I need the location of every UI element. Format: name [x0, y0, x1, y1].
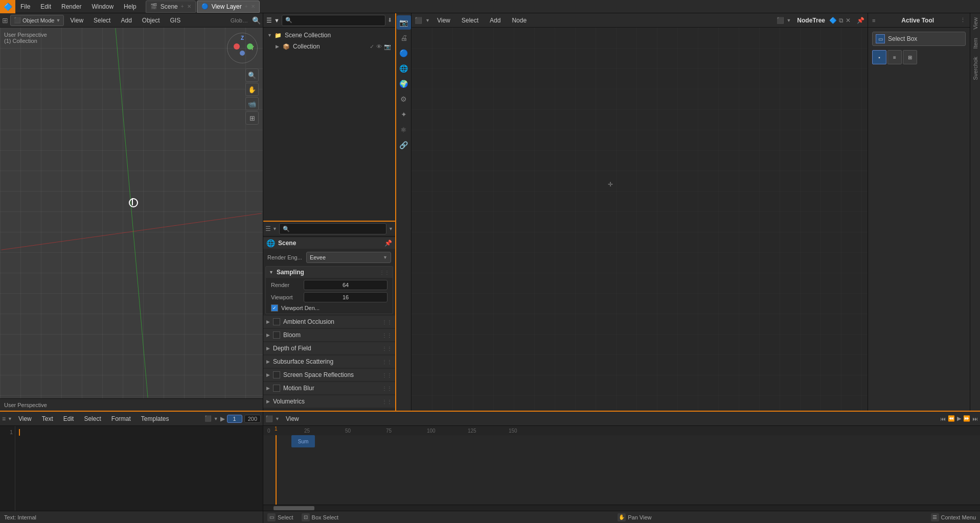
sss-section[interactable]: ▶ Subsurface Scattering ⋮⋮ — [263, 355, 395, 368]
select-menu[interactable]: Select — [89, 15, 115, 26]
object-menu[interactable]: Object — [138, 15, 164, 26]
ssr-section[interactable]: ▶ Screen Space Reflections ⋮⋮ — [263, 369, 395, 381]
view-menu[interactable]: View — [66, 15, 87, 26]
sidebar-expand-icon[interactable]: ⋮ — [960, 17, 966, 23]
physics-icon[interactable]: ⚛ — [397, 123, 411, 137]
render-value[interactable]: 64 — [304, 280, 388, 290]
text-edit-menu[interactable]: Edit — [59, 413, 78, 424]
filter-icon[interactable]: ⬇ — [388, 17, 392, 23]
props-search-input[interactable] — [292, 226, 383, 232]
ssr-checkbox[interactable] — [273, 371, 280, 378]
play-btn[interactable]: ▶ — [957, 415, 961, 422]
particles-icon[interactable]: ✦ — [397, 107, 411, 122]
output-props-icon[interactable]: 🖨 — [397, 31, 411, 45]
mb-checkbox[interactable] — [273, 385, 280, 392]
prop-search-bar[interactable]: 🔍 — [279, 223, 386, 234]
menu-file[interactable]: File — [15, 0, 35, 13]
node-view-menu[interactable]: View — [433, 15, 454, 26]
timeline-view-menu[interactable]: View — [282, 413, 303, 424]
check-icon[interactable]: ✓ — [370, 43, 374, 50]
workspace-tab-viewlayer[interactable]: 🔵 View Layer + ✕ — [197, 1, 260, 13]
workspace-tab-scene[interactable]: 🎬 Scene + ✕ — [146, 1, 196, 13]
timeline-canvas[interactable]: 0 25 50 75 100 125 150 1 Sum — [263, 426, 980, 511]
menu-edit[interactable]: Edit — [35, 0, 56, 13]
playback-btn[interactable]: ▶ — [220, 415, 225, 422]
mode-icon-list[interactable]: ≡ — [887, 50, 902, 64]
outliner-search-input[interactable] — [294, 17, 382, 23]
select-box-tool[interactable]: ▭ Select Box — [872, 32, 966, 46]
timeline-scrollbar[interactable] — [263, 505, 980, 511]
render-props-icon[interactable]: 📷 — [397, 15, 411, 30]
mode-icon-select[interactable]: ▪ — [872, 50, 886, 64]
node-duplicate-icon[interactable]: ⧉ — [839, 17, 844, 24]
node-canvas[interactable]: ✛ — [412, 28, 868, 411]
zoom-icon[interactable]: 🔍 — [245, 68, 259, 82]
text-canvas[interactable]: 1 — [0, 426, 263, 511]
text-templates-menu[interactable]: Templates — [137, 413, 173, 424]
global-btn[interactable]: Glob… — [229, 16, 250, 25]
text-select-menu[interactable]: Select — [80, 413, 105, 424]
world-props-icon[interactable]: 🌍 — [397, 77, 411, 91]
sverchok-vertical-tab[interactable]: Sverchok — [971, 53, 979, 84]
item-vertical-tab[interactable]: Item — [971, 34, 979, 53]
mode-icon-grid[interactable]: ⊞ — [903, 50, 917, 64]
node-select-menu[interactable]: Select — [458, 15, 483, 26]
pan-icon[interactable]: ✋ — [245, 83, 259, 96]
viewport-canvas[interactable]: User Perspective (1) Collection Z Y 🔍 ✋ … — [0, 28, 263, 398]
text-view-menu[interactable]: View — [14, 413, 36, 424]
viewport-value[interactable]: 16 — [304, 292, 388, 302]
text-content-area[interactable] — [15, 426, 263, 511]
frame-indicator[interactable]: 1 — [227, 415, 242, 423]
pan-view-footer-btn[interactable]: ✋ Pan View — [618, 513, 651, 521]
sampling-header[interactable]: ▼ Sampling ⋮⋮ — [266, 267, 393, 278]
view-vertical-tab[interactable]: View — [971, 13, 979, 34]
node-pin-icon[interactable]: 📌 — [857, 17, 864, 24]
search-icon-viewport[interactable]: 🔍 — [252, 16, 261, 25]
grid-icon[interactable]: ⊞ — [245, 111, 259, 125]
text-format-menu[interactable]: Format — [107, 413, 135, 424]
camera-vis-icon[interactable]: 📷 — [384, 43, 391, 50]
tab-close-scene[interactable]: ✕ — [187, 4, 191, 9]
tab-close-viewlayer[interactable]: ✕ — [251, 4, 255, 9]
end-frame[interactable]: 200 — [244, 415, 261, 423]
menu-render[interactable]: Render — [56, 0, 86, 13]
cursor-indicator: ✛ — [608, 181, 613, 188]
view-layer-icon[interactable]: 🔵 — [397, 46, 411, 60]
add-menu[interactable]: Add — [117, 15, 135, 26]
viewport-denoise-checkbox[interactable]: ✓ — [271, 304, 278, 312]
collection-item[interactable]: ▶ 📦 Collection ✓ 👁 📷 — [263, 41, 395, 52]
scene-collection-item[interactable]: ▼ 📁 Scene Collection — [263, 30, 395, 41]
viewport-gizmo[interactable]: Z Y — [227, 33, 258, 63]
dof-section[interactable]: ▶ Depth of Field ⋮⋮ — [263, 342, 395, 354]
box-select-footer-btn[interactable]: ⊡ Box Select — [302, 513, 339, 521]
text-text-menu[interactable]: Text — [38, 413, 57, 424]
eye-icon[interactable]: 👁 — [376, 43, 382, 50]
go-to-end[interactable]: ⏭ — [972, 416, 978, 422]
context-menu-footer-btn[interactable]: ☰ Context Menu — [931, 513, 976, 521]
outliner-search-bar[interactable]: 🔍 — [282, 15, 385, 26]
timeline-scrollbar-thumb[interactable] — [274, 506, 314, 510]
object-mode-dropdown[interactable]: ⬛ Object Mode ▼ — [10, 15, 64, 26]
menu-help[interactable]: Help — [119, 0, 142, 13]
object-props-icon[interactable]: ⚙ — [397, 92, 411, 106]
go-forward[interactable]: ⏩ — [963, 415, 970, 422]
go-backward[interactable]: ⏪ — [948, 415, 955, 422]
camera-icon[interactable]: 📹 — [245, 97, 259, 110]
ambient-occlusion-section[interactable]: ▶ Ambient Occlusion ⋮⋮ — [263, 316, 395, 328]
scene-props-icon[interactable]: 🌐 — [397, 61, 411, 76]
menu-window[interactable]: Window — [86, 0, 119, 13]
ao-checkbox[interactable] — [273, 318, 280, 325]
node-add-menu[interactable]: Add — [486, 15, 505, 26]
bloom-section[interactable]: ▶ Bloom ⋮⋮ — [263, 329, 395, 341]
pin-icon[interactable]: 📌 — [384, 240, 392, 247]
constraints-icon[interactable]: 🔗 — [397, 138, 411, 152]
select-footer-btn[interactable]: ▭ Select — [267, 513, 293, 521]
render-engine-dropdown[interactable]: Eevee ▼ — [306, 252, 391, 263]
motion-blur-section[interactable]: ▶ Motion Blur ⋮⋮ — [263, 382, 395, 394]
bloom-checkbox[interactable] — [273, 331, 280, 339]
node-close-icon[interactable]: ✕ — [846, 17, 851, 24]
go-to-start[interactable]: ⏮ — [940, 416, 946, 422]
node-node-menu[interactable]: Node — [508, 15, 531, 26]
gis-menu[interactable]: GIS — [166, 15, 185, 26]
volumetrics-section[interactable]: ▶ Volumetrics ⋮⋮ — [263, 395, 395, 408]
